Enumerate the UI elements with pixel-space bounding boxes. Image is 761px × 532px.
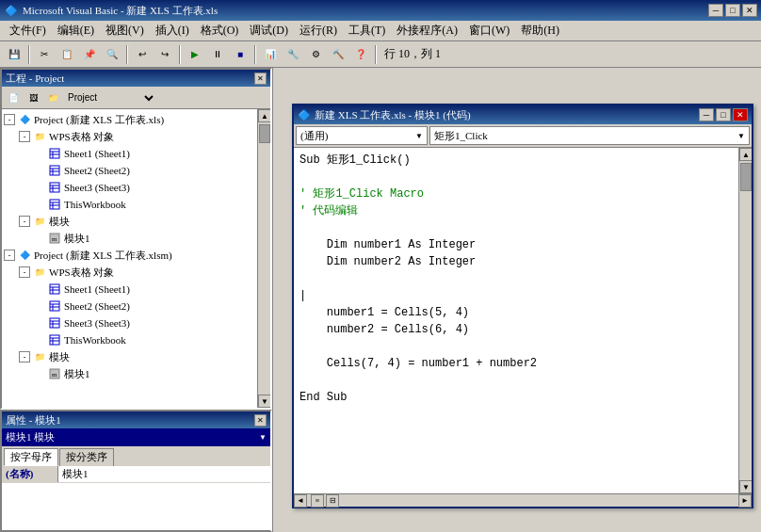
code-scroll-track <box>739 161 752 480</box>
tree-item[interactable]: -📁WPS表格 对象 <box>4 128 255 145</box>
scroll-thumb[interactable] <box>259 124 270 143</box>
tree-item-label: Sheet3 (Sheet3) <box>64 317 130 329</box>
code-hscrollbar[interactable]: ◄ ≡ ⊟ ► <box>294 493 752 507</box>
selected-item-label: 模块1 模块 <box>6 430 55 444</box>
toolbar-misc3-btn[interactable]: 🔨 <box>328 44 348 65</box>
code-close-btn[interactable]: ✕ <box>733 108 748 121</box>
toolbar-misc2-btn[interactable]: ⚙ <box>305 44 326 65</box>
tree-item[interactable]: Sheet1 (Sheet1) <box>4 281 255 298</box>
toolbar-paste-btn[interactable]: 📌 <box>79 44 100 65</box>
properties-titlebar: 属性 - 模块1 ✕ <box>2 411 270 428</box>
sheet-icon <box>47 298 62 314</box>
code-view-code-btn[interactable]: ≡ <box>311 494 324 508</box>
toolbar-misc4-btn[interactable]: ❓ <box>350 44 371 65</box>
left-panel: 工程 - Project ✕ 📄 🖼 📁 Project -🔷Project (… <box>0 68 273 532</box>
project-vscrollbar[interactable]: ▲ ▼ <box>257 109 270 408</box>
menu-insert[interactable]: 插入(I) <box>150 21 195 40</box>
code-maximize-btn[interactable]: □ <box>716 108 731 121</box>
menu-debug[interactable]: 调试(D) <box>244 21 294 40</box>
window-title: Microsoft Visual Basic - 新建 XLS 工作表.xls <box>23 4 708 18</box>
menu-view[interactable]: 视图(V) <box>100 21 150 40</box>
code-editor[interactable]: Sub 矩形1_Click() ' 矩形1_Click Macro' 代码编辑 … <box>294 148 738 493</box>
code-object-dropdown[interactable]: (通用) ▼ <box>296 126 428 145</box>
project-dropdown[interactable]: Project <box>63 89 157 106</box>
menu-tools[interactable]: 工具(T) <box>343 21 391 40</box>
expand-icon[interactable]: - <box>19 216 30 227</box>
code-line <box>298 338 735 355</box>
toggle-folders-btn[interactable]: 📁 <box>43 89 62 106</box>
tree-item[interactable]: ThisWorkbook <box>4 331 255 348</box>
toolbar-save-btn[interactable]: 💾 <box>4 44 24 65</box>
tree-item-label: Sheet3 (Sheet3) <box>64 182 130 193</box>
toolbar-stop-btn[interactable]: ■ <box>230 44 251 65</box>
tree-item[interactable]: -🔷Project (新建 XLS 工作表.xlsm) <box>4 247 255 264</box>
tree-item[interactable]: -📁模块 <box>4 213 255 230</box>
menu-run[interactable]: 运行(R) <box>294 21 343 40</box>
tab-categorical[interactable]: 按分类序 <box>59 448 114 466</box>
code-line: Dim number1 As Integer <box>298 236 735 253</box>
toolbar-redo-btn[interactable]: ↪ <box>154 44 175 65</box>
folder-icon: 📁 <box>32 349 47 364</box>
tree-item[interactable]: -📁模块 <box>4 348 255 365</box>
tree-item[interactable]: ThisWorkbook <box>4 196 255 213</box>
view-code-btn[interactable]: 📄 <box>4 89 23 106</box>
properties-panel-close[interactable]: ✕ <box>254 414 267 427</box>
tree-item[interactable]: m模块1 <box>4 230 255 247</box>
title-bar-buttons: ─ □ ✕ <box>708 4 757 17</box>
svg-rect-22 <box>50 301 59 311</box>
folder-icon: 📁 <box>32 129 47 144</box>
menu-file[interactable]: 文件(F) <box>4 21 52 40</box>
code-scroll-up[interactable]: ▲ <box>739 148 752 161</box>
code-line: | <box>298 287 735 304</box>
toolbar-copy-btn[interactable]: 📋 <box>57 44 77 65</box>
module-icon: m <box>47 366 62 381</box>
code-scroll-down[interactable]: ▼ <box>739 480 752 493</box>
menu-addins[interactable]: 外接程序(A) <box>391 21 463 40</box>
expand-icon[interactable]: - <box>19 131 30 142</box>
toolbar-chart-btn[interactable]: 📊 <box>260 44 281 65</box>
code-view-proc-btn[interactable]: ⊟ <box>326 494 339 508</box>
tree-item[interactable]: -📁WPS表格 对象 <box>4 264 255 281</box>
toolbar-pause-btn[interactable]: ⏸ <box>207 44 228 65</box>
toolbar-cut-btn[interactable]: ✂ <box>34 44 55 65</box>
tree-item[interactable]: Sheet2 (Sheet2) <box>4 162 255 179</box>
tree-item[interactable]: Sheet3 (Sheet3) <box>4 314 255 331</box>
title-bar: 🔷 Microsoft Visual Basic - 新建 XLS 工作表.xl… <box>0 0 761 21</box>
project-tree: -🔷Project (新建 XLS 工作表.xls)-📁WPS表格 对象Shee… <box>2 109 257 408</box>
project-panel-close[interactable]: ✕ <box>254 73 267 85</box>
expand-icon[interactable]: - <box>4 114 15 125</box>
code-minimize-btn[interactable]: ─ <box>699 108 714 121</box>
toolbar-run-btn[interactable]: ▶ <box>185 44 205 65</box>
scroll-up-btn[interactable]: ▲ <box>258 109 270 122</box>
menu-window[interactable]: 窗口(W) <box>463 21 515 40</box>
toolbar-undo-btn[interactable]: ↩ <box>132 44 153 65</box>
code-scroll-thumb[interactable] <box>740 163 752 191</box>
code-hscroll-right[interactable]: ► <box>738 494 752 508</box>
tab-alphabetical[interactable]: 按字母序 <box>4 448 58 466</box>
menu-edit[interactable]: 编辑(E) <box>52 21 100 40</box>
tree-item-label: 模块 <box>49 215 70 229</box>
toolbar-find-btn[interactable]: 🔍 <box>102 44 122 65</box>
expand-icon[interactable]: - <box>19 351 30 363</box>
tree-item[interactable]: m模块1 <box>4 365 255 382</box>
toolbar-sep-4 <box>254 45 256 64</box>
code-hscroll-left[interactable]: ◄ <box>294 494 307 508</box>
expand-icon[interactable]: - <box>19 266 30 278</box>
minimize-button[interactable]: ─ <box>708 4 723 17</box>
maximize-button[interactable]: □ <box>725 4 740 17</box>
menu-format[interactable]: 格式(O) <box>195 21 245 40</box>
code-line <box>298 270 735 287</box>
code-vscrollbar[interactable]: ▲ ▼ <box>738 148 752 493</box>
tree-item[interactable]: Sheet1 (Sheet1) <box>4 145 255 162</box>
expand-icon[interactable]: - <box>4 250 15 261</box>
toolbar-misc1-btn[interactable]: 🔧 <box>283 44 303 65</box>
tree-item[interactable]: Sheet3 (Sheet3) <box>4 179 255 196</box>
tree-item[interactable]: -🔷Project (新建 XLS 工作表.xls) <box>4 111 255 128</box>
close-button[interactable]: ✕ <box>742 4 757 17</box>
menu-help[interactable]: 帮助(H) <box>515 21 565 40</box>
property-value-name[interactable]: 模块1 <box>58 466 270 482</box>
code-proc-dropdown[interactable]: 矩形1_Click ▼ <box>429 126 750 145</box>
tree-item[interactable]: Sheet2 (Sheet2) <box>4 298 255 314</box>
view-object-btn[interactable]: 🖼 <box>24 89 42 106</box>
scroll-down-btn[interactable]: ▼ <box>258 395 270 408</box>
